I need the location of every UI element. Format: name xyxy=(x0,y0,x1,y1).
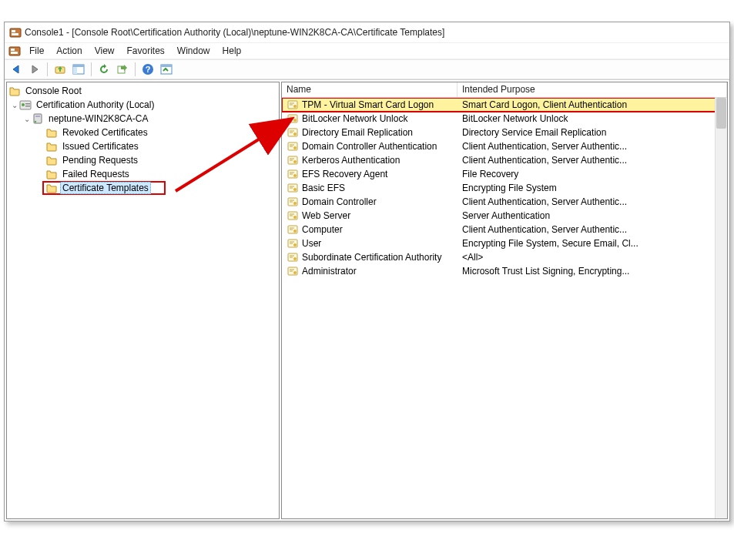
ca-icon xyxy=(19,99,32,111)
folder-icon xyxy=(45,140,58,153)
server-icon xyxy=(32,112,44,125)
up-button[interactable] xyxy=(52,61,69,78)
show-hide-action-pane-button[interactable] xyxy=(158,61,175,78)
vertical-scrollbar[interactable] xyxy=(715,98,727,518)
tree-node-issued[interactable]: Issued Certificates xyxy=(8,139,279,153)
list-row[interactable]: Web ServerServer Authentication xyxy=(282,209,727,223)
list-row[interactable]: Domain ControllerClient Authentication, … xyxy=(282,195,727,209)
list-row[interactable]: Domain Controller AuthenticationClient A… xyxy=(282,139,727,153)
template-purpose: Directory Service Email Replication xyxy=(457,127,727,138)
template-name: Administrator xyxy=(302,266,357,277)
menu-help[interactable]: Help xyxy=(216,44,248,58)
forward-button[interactable] xyxy=(26,61,43,78)
template-name: Domain Controller Authentication xyxy=(302,141,437,152)
template-purpose: Server Authentication xyxy=(457,210,727,221)
template-name: Kerberos Authentication xyxy=(302,155,400,166)
tree-node-revoked[interactable]: Revoked Certificates xyxy=(8,126,279,139)
template-name: BitLocker Network Unlock xyxy=(302,113,407,124)
export-list-button[interactable] xyxy=(114,61,131,78)
menu-view[interactable]: View xyxy=(89,44,121,58)
certificate-template-icon xyxy=(287,112,299,125)
list-row[interactable]: BitLocker Network UnlockBitLocker Networ… xyxy=(282,112,727,126)
template-name: Subordinate Certification Authority xyxy=(302,252,441,263)
list-row[interactable]: EFS Recovery AgentFile Recovery xyxy=(282,167,727,181)
template-purpose: <All> xyxy=(457,252,727,263)
template-purpose: Client Authentication, Server Authentic.… xyxy=(457,141,727,152)
folder-icon xyxy=(45,182,58,194)
list-row[interactable]: Directory Email ReplicationDirectory Ser… xyxy=(282,126,727,139)
list-body[interactable]: TPM - Virtual Smart Card LogonSmart Card… xyxy=(282,98,727,518)
help-button[interactable] xyxy=(139,61,156,78)
export-icon xyxy=(116,63,129,75)
menubar: File Action View Favorites Window Help xyxy=(5,42,729,59)
menu-window[interactable]: Window xyxy=(171,44,216,58)
mmc-icon xyxy=(9,26,22,39)
list-pane: Name Intended Purpose TPM - Virtual Smar… xyxy=(281,82,728,519)
template-purpose: BitLocker Network Unlock xyxy=(457,113,727,124)
certificate-template-icon xyxy=(287,154,299,166)
folder-icon xyxy=(45,126,58,139)
template-purpose: Encrypting File System, Secure Email, Cl… xyxy=(457,238,727,249)
tree-node-ca-local[interactable]: ⌄ Certification Authority (Local) xyxy=(8,98,279,112)
toolbar xyxy=(5,59,729,79)
list-row[interactable]: Subordinate Certification Authority<All> xyxy=(282,250,727,264)
folder-icon xyxy=(45,168,58,180)
list-row[interactable]: ComputerClient Authentication, Server Au… xyxy=(282,223,727,236)
folder-icon xyxy=(45,154,58,166)
template-name: Domain Controller xyxy=(302,196,377,207)
template-name: User xyxy=(302,238,321,249)
list-header: Name Intended Purpose xyxy=(282,82,727,98)
certificate-template-icon xyxy=(287,182,299,194)
certificate-template-icon xyxy=(287,196,299,208)
certificate-template-icon xyxy=(287,210,299,222)
template-name: TPM - Virtual Smart Card Logon xyxy=(302,99,434,110)
tree-node-failed[interactable]: Failed Requests xyxy=(8,167,279,181)
content-area: Console Root ⌄ Certification Authority (… xyxy=(5,79,729,521)
expander-icon[interactable]: ⌄ xyxy=(22,114,32,123)
folder-icon xyxy=(8,85,21,97)
template-purpose: File Recovery xyxy=(457,169,727,179)
menu-file[interactable]: File xyxy=(23,44,50,58)
folder-up-icon xyxy=(54,63,66,75)
toolbar-separator xyxy=(91,62,92,76)
list-row[interactable]: TPM - Virtual Smart Card LogonSmart Card… xyxy=(282,98,727,112)
tree-node-server[interactable]: ⌄ neptune-WIN2K8CA-CA xyxy=(8,112,279,126)
tree-pane[interactable]: Console Root ⌄ Certification Authority (… xyxy=(6,82,280,519)
template-purpose: Client Authentication, Server Authentic.… xyxy=(457,196,727,207)
certificate-template-icon xyxy=(287,223,299,236)
refresh-button[interactable] xyxy=(96,61,112,78)
list-row[interactable]: UserEncrypting File System, Secure Email… xyxy=(282,236,727,250)
template-name: Web Server xyxy=(302,210,350,221)
template-purpose: Smart Card Logon, Client Authentication xyxy=(457,99,727,110)
column-header-purpose[interactable]: Intended Purpose xyxy=(457,82,727,97)
expander-icon[interactable]: ⌄ xyxy=(10,100,19,109)
scrollbar-thumb[interactable] xyxy=(716,98,726,129)
template-purpose: Encrypting File System xyxy=(457,183,727,193)
list-row[interactable]: Basic EFSEncrypting File System xyxy=(282,181,727,195)
template-purpose: Client Authentication, Server Authentic.… xyxy=(457,224,727,235)
menu-action[interactable]: Action xyxy=(50,44,88,58)
arrow-left-icon xyxy=(10,63,22,75)
column-header-name[interactable]: Name xyxy=(282,82,457,97)
toolbar-separator xyxy=(47,62,48,76)
titlebar: Console1 - [Console Root\Certification A… xyxy=(5,22,729,42)
template-purpose: Microsoft Trust List Signing, Encrypting… xyxy=(457,266,727,277)
tree-node-certificate-templates[interactable]: Certificate Templates xyxy=(42,181,166,195)
refresh-icon xyxy=(98,63,110,75)
show-hide-icon xyxy=(160,63,173,75)
list-row[interactable]: Kerberos AuthenticationClient Authentica… xyxy=(282,153,727,167)
window-title: Console1 - [Console Root\Certification A… xyxy=(25,27,444,38)
back-button[interactable] xyxy=(8,61,25,78)
template-name: Basic EFS xyxy=(302,183,345,193)
mmc-icon xyxy=(8,45,21,57)
certificate-template-icon xyxy=(287,140,299,153)
mmc-window: Console1 - [Console Root\Certification A… xyxy=(4,22,730,521)
menu-favorites[interactable]: Favorites xyxy=(121,44,171,58)
list-row[interactable]: AdministratorMicrosoft Trust List Signin… xyxy=(282,264,727,278)
tree-node-pending[interactable]: Pending Requests xyxy=(8,153,279,167)
panel-icon xyxy=(72,63,85,75)
tree-node-console-root[interactable]: Console Root xyxy=(8,84,279,98)
show-hide-tree-button[interactable] xyxy=(70,61,87,78)
template-name: Directory Email Replication xyxy=(302,127,413,138)
help-icon xyxy=(142,63,154,75)
